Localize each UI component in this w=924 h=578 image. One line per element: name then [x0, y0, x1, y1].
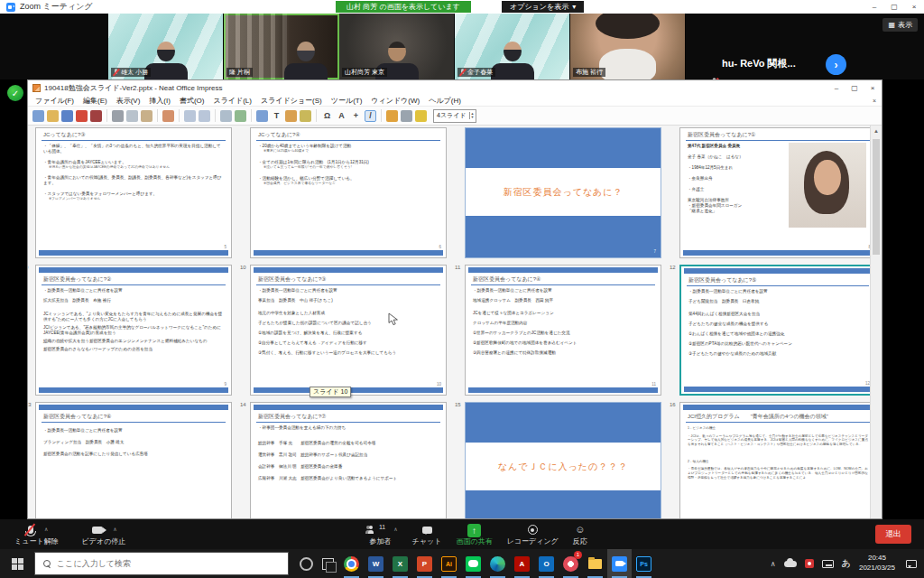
leave-meeting-button[interactable]: 退出 — [875, 525, 911, 544]
zoom-app-icon[interactable] — [607, 549, 632, 578]
slide-thumbnail[interactable]: なんでＪＣに入ったの？？？15 — [465, 402, 661, 518]
taskbar-clock[interactable]: 20:45 2021/03/25 — [859, 554, 895, 573]
slide-thumbnail[interactable]: JCI恒久的プログラム "青年会議所の4つの機会の領域"1．ビジネスの機会・JC… — [679, 402, 876, 518]
green-status-icon[interactable]: ✓ — [7, 85, 23, 101]
pink-app-icon[interactable]: 1 — [559, 549, 583, 578]
zoom-mic-off-button[interactable]: ∧ミュート解除 — [14, 524, 59, 545]
action-center-icon[interactable] — [906, 560, 917, 568]
plus-icon[interactable]: + — [350, 110, 362, 122]
close-icon[interactable]: × — [864, 84, 882, 92]
zoom-record-button[interactable]: レコーディング — [507, 524, 559, 545]
menu-item[interactable]: 書式(O) — [175, 96, 209, 106]
export-pdf-icon[interactable] — [76, 110, 88, 122]
slide-thumbnail[interactable]: 新宿区委員会ってなあに?①第47代 新宿区委員会 委員長金子 春菜（かねこ はる… — [679, 127, 876, 258]
redo-icon[interactable] — [199, 110, 210, 122]
zoom-react-button[interactable]: ☺反応 — [573, 524, 587, 545]
options-caret-icon[interactable]: ∧ — [393, 526, 397, 532]
slide-thumbnail[interactable]: 新宿区委員会ってなあに？7 — [465, 127, 661, 258]
antivirus-tray-icon[interactable] — [805, 559, 814, 568]
participant-video[interactable]: 金子春菜 — [455, 14, 570, 79]
scrollbar-thumb[interactable] — [873, 139, 880, 255]
spinner-arrows[interactable]: ▲▼ — [469, 112, 476, 119]
copy-icon[interactable] — [126, 110, 138, 122]
open-icon[interactable] — [47, 110, 59, 122]
show-options-button[interactable]: オプションを表示 ▾ — [502, 1, 584, 13]
ime-indicator[interactable]: あ — [842, 557, 851, 570]
menu-item[interactable]: 編集(E) — [79, 96, 112, 106]
scroll-up-icon[interactable]: ▲ — [871, 126, 882, 136]
slide-thumbnail[interactable]: 新宿区委員会ってなあに?③・副委員長---活動単位ごとに責任者を設置事業担当 副… — [250, 265, 447, 396]
restore-icon[interactable]: ▢ — [845, 84, 864, 92]
menu-item[interactable]: 表示(V) — [112, 96, 145, 106]
text-box-icon[interactable]: T — [271, 110, 282, 122]
participant-video[interactable]: 山村尚芳 東京 — [339, 14, 455, 79]
hidden-icons-chevron[interactable]: ∧ — [771, 560, 776, 568]
menu-item[interactable]: スライド(L) — [208, 96, 256, 106]
slide-thumbnail[interactable]: 新宿区委員会ってなあに?④・副委員長---活動単位ごとに責任者を設置地域連携クロ… — [465, 265, 661, 396]
menu-item[interactable]: 挿入(I) — [144, 96, 175, 106]
zoom-share-button[interactable]: ↑画面の共有 — [456, 524, 492, 545]
participant-video[interactable]: 隆 片桐 — [224, 14, 339, 79]
spin-down-icon[interactable]: ▼ — [471, 116, 475, 119]
zoom-people-button[interactable]: 11∧参加者 — [363, 524, 398, 545]
task-view-icon[interactable] — [322, 558, 334, 570]
undo-icon[interactable] — [184, 110, 196, 122]
slide-layout-icon[interactable] — [401, 110, 412, 122]
illustrator-app-icon[interactable]: Ai — [437, 549, 461, 578]
table-icon[interactable] — [256, 110, 268, 122]
outlook-app-icon[interactable]: O — [534, 549, 559, 578]
save-icon[interactable] — [61, 110, 73, 122]
slides-per-row-spinner[interactable]: 4スライド▲▼ — [433, 109, 476, 123]
slide-thumbnail[interactable]: 新宿区委員会ってなあに?⑤・副委員長---活動単位ごとに責任者を設置子ども開発担… — [679, 265, 876, 396]
close-icon[interactable]: × — [904, 0, 924, 14]
vertical-scrollbar[interactable]: ▲ — [870, 126, 882, 518]
menu-item[interactable]: ウィンドウ(W) — [366, 96, 424, 106]
zoom-chat-button[interactable]: チャット — [412, 524, 442, 545]
acrobat-app-icon[interactable]: A — [510, 549, 534, 578]
touch-keyboard-icon[interactable] — [822, 560, 834, 568]
paste-icon[interactable] — [141, 110, 152, 122]
spelling-icon[interactable] — [235, 110, 246, 122]
next-participants-button[interactable]: › — [826, 54, 846, 75]
slide-thumbnail[interactable]: 新宿区委員会ってなあに?⑥・副委員長---活動単位ごとに責任者を設置ブランディン… — [35, 402, 232, 518]
slide-thumbnail[interactable]: JCってなあに?③・「修練」、「奉仕」、「友情」の3つの信条のもと、恒久的世界平… — [35, 127, 232, 258]
print-icon[interactable] — [90, 110, 102, 122]
special-character-icon[interactable]: Ω — [321, 110, 333, 122]
maximize-icon[interactable]: ▢ — [884, 0, 904, 14]
participant-video[interactable]: 布施 裕行 — [570, 14, 686, 79]
date-time-icon[interactable] — [386, 110, 398, 122]
insert-image-icon[interactable] — [285, 110, 297, 122]
close-document-icon[interactable]: × — [873, 98, 882, 104]
explorer-app-icon[interactable] — [583, 549, 607, 578]
excel-app-icon[interactable]: X — [388, 549, 412, 578]
cut-icon[interactable] — [112, 110, 124, 122]
new-document-icon[interactable] — [32, 110, 44, 122]
onedrive-icon[interactable] — [784, 561, 797, 567]
header-footer-icon[interactable] — [415, 110, 427, 122]
gallery-view-button[interactable]: ▦ 表示 — [882, 18, 918, 32]
start-button[interactable] — [0, 549, 34, 578]
options-caret-icon[interactable]: ∧ — [44, 526, 48, 532]
minimize-icon[interactable]: – — [827, 84, 845, 92]
participant-video[interactable]: 雄太 小勝 — [108, 14, 224, 79]
options-caret-icon[interactable]: ∧ — [113, 526, 116, 532]
chrome-app-icon[interactable] — [339, 549, 364, 578]
line-draw-icon[interactable]: / — [365, 110, 376, 122]
photoshop-app-icon[interactable]: Ps — [632, 549, 656, 578]
slide-thumbnail[interactable]: 新宿区委員会ってなあに?⑦・幹事団---委員会活動を支える縁の下の力持ち総括幹事… — [250, 402, 447, 518]
word-app-icon[interactable]: W — [364, 549, 388, 578]
menu-item[interactable]: スライドショー(S) — [256, 96, 327, 106]
taskbar-search[interactable] — [34, 552, 289, 575]
edge-app-icon[interactable] — [485, 549, 510, 578]
slide-thumbnail[interactable]: JCってなあに?④・20歳から40歳までという年齢制限を設けて活動※東京には25… — [250, 127, 447, 258]
fontwork-icon[interactable]: A — [336, 110, 347, 122]
menu-item[interactable]: ツール(T) — [327, 96, 367, 106]
menu-item[interactable]: ヘルプ(H) — [424, 96, 466, 106]
cortana-icon[interactable] — [300, 557, 313, 571]
slide-thumbnail[interactable]: 新宿区委員会ってなあに?②・副委員長---活動単位ごとに責任者を設置拡大拡充担当… — [35, 265, 232, 396]
find-replace-icon[interactable] — [220, 110, 232, 122]
menu-item[interactable]: ファイル(F) — [31, 96, 79, 106]
search-input[interactable] — [57, 559, 255, 568]
minimize-icon[interactable]: – — [864, 0, 884, 14]
powerpoint-app-icon[interactable]: P — [412, 549, 437, 578]
